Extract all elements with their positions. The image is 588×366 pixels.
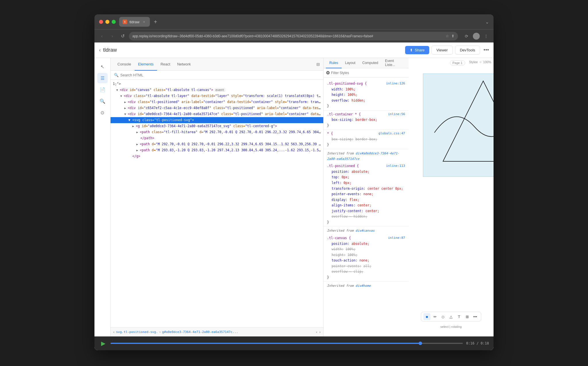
css-filter-bar: ⚙ bbox=[324, 68, 409, 78]
css-selector[interactable]: .tl-positioned-svg { bbox=[327, 82, 367, 86]
tool-more[interactable]: ••• bbox=[472, 313, 479, 320]
timeline-track[interactable] bbox=[111, 343, 463, 344]
css-selector[interactable]: .tl-container * { bbox=[327, 112, 361, 116]
tree-line[interactable]: </g> bbox=[111, 153, 323, 159]
css-selector[interactable]: * { bbox=[327, 131, 333, 135]
css-property: box-sizing: border-box; bbox=[327, 117, 405, 123]
breadcrumb-item-svg[interactable]: svg.tl-positioned-svg. bbox=[116, 330, 158, 334]
tool-select[interactable]: ■ bbox=[423, 313, 430, 320]
css-source[interactable]: inline:113 bbox=[386, 163, 405, 169]
search-input[interactable] bbox=[120, 73, 320, 77]
breadcrumb-back-button[interactable]: ‹ bbox=[113, 330, 115, 334]
tool-text[interactable]: T bbox=[456, 313, 463, 320]
tab-network[interactable]: Network bbox=[174, 58, 194, 71]
tree-line[interactable]: ▶ <path d="M 293.83,-1.20 Q 293.83,-1.20… bbox=[111, 147, 323, 153]
share-icon[interactable]: ⬆ bbox=[451, 34, 454, 38]
refresh-button[interactable]: ↺ bbox=[119, 32, 127, 40]
sidebar-icon-search[interactable]: 🔍 bbox=[97, 96, 108, 106]
share-icon: ⬆ bbox=[410, 48, 413, 52]
devtools-tabs: Console Elements React Network ⊟ bbox=[111, 58, 323, 71]
tool-triangle[interactable]: △ bbox=[448, 313, 454, 320]
breadcrumb-prev-button[interactable]: ‹ bbox=[316, 330, 318, 334]
css-property: display: flex; bbox=[327, 197, 405, 203]
css-tab-computed[interactable]: Computed bbox=[359, 58, 382, 68]
css-inherited-header-canvas: Inherited from div#canvas bbox=[324, 226, 409, 234]
css-tab-event-listeners[interactable]: Event Liste... bbox=[382, 58, 406, 68]
tree-line[interactable]: ▼ <div class="tl-absolute tl-layer" data… bbox=[111, 93, 323, 99]
css-property: height: 100%; bbox=[327, 92, 405, 98]
tree-line[interactable]: ▼ <div id="a0e0dce3-7364-4e71-2a80-ea6a3… bbox=[111, 111, 323, 117]
tree-line[interactable]: ▶ <div id="c6547ef2-c5aa-4c1e-ecc9-48ef8… bbox=[111, 105, 323, 111]
preview-canvas[interactable]: Page 1 Stylee ○ 100% ■ ✏ ◇ △ T ⊞ ••• bbox=[409, 58, 494, 336]
css-property: left: 0px; bbox=[327, 180, 405, 186]
preview-zoom-icon[interactable]: ○ bbox=[479, 60, 481, 65]
css-source[interactable]: inline:126 bbox=[386, 81, 405, 86]
tree-line[interactable]: ▼ <div id="canvas" class="tl-absolute tl… bbox=[111, 87, 323, 93]
css-tab-layout[interactable]: Layout bbox=[342, 58, 359, 68]
tab-bar: t tldraw × + ⌄ bbox=[119, 17, 489, 27]
tab-close-button[interactable]: × bbox=[142, 20, 146, 24]
tab-react[interactable]: React bbox=[157, 58, 174, 71]
css-selector[interactable]: .tl-positioned { bbox=[327, 164, 359, 168]
sidebar-icon-elements[interactable]: ☰ bbox=[97, 73, 108, 83]
close-button[interactable] bbox=[99, 20, 103, 24]
fullscreen-button[interactable] bbox=[112, 20, 116, 24]
css-rule-block: .tl-positioned-svg { inline:126 width: 1… bbox=[324, 80, 409, 111]
tab-elements[interactable]: Elements bbox=[135, 58, 157, 71]
css-filter-input[interactable] bbox=[331, 71, 406, 75]
css-rule-header: .tl-positioned-svg { inline:126 bbox=[327, 81, 405, 87]
left-sidebar: ↖ ☰ 📄 🔍 ⊙ bbox=[94, 58, 111, 336]
viewer-button[interactable]: Viewer bbox=[432, 46, 453, 55]
tree-line[interactable]: ▶ <path class="tl-fill-hitarea" d="M 292… bbox=[111, 129, 323, 135]
tree-line[interactable]: ▶ <path d="M 292.70,-0.01 Q 292.70,-0.01… bbox=[111, 141, 323, 147]
active-tab[interactable]: t tldraw × bbox=[119, 17, 150, 27]
search-bar: 🔍 bbox=[111, 71, 323, 80]
app-header: ‹ tldraw ⬆ Share Viewer DevTools ••• bbox=[94, 42, 494, 58]
address-bar[interactable]: app.replay.io/recording/tldraw--36d4df00… bbox=[129, 32, 458, 40]
tree-line[interactable]: ▶ <g id="a0e0dce3-7364-4e71-2a80-ea6a357… bbox=[111, 123, 323, 129]
timeline-progress bbox=[111, 343, 420, 344]
breadcrumb-item-g[interactable]: g#a0e0dce3-7364-4e71-2a80-ea6a357147c... bbox=[162, 330, 238, 334]
back-button[interactable]: ‹ bbox=[98, 32, 106, 40]
css-rule-block: .tl-canvas { inline:87 position: absolut… bbox=[324, 234, 409, 282]
breadcrumb-separator: › bbox=[159, 330, 161, 334]
css-property: overflow ↪ hidden; bbox=[327, 214, 405, 220]
more-options-button[interactable]: ••• bbox=[483, 47, 489, 53]
tab-expand-icon[interactable]: ⌄ bbox=[485, 19, 489, 25]
tree-line-selected[interactable]: ▼ <svg class="tl-positioned-svg"> bbox=[111, 117, 323, 123]
layout-toggle-icon[interactable]: ⊟ bbox=[316, 62, 320, 67]
css-source[interactable]: globals.css:47 bbox=[378, 131, 405, 136]
css-source[interactable]: inline:87 bbox=[388, 235, 405, 241]
share-button[interactable]: ⬆ Share bbox=[405, 46, 429, 54]
filter-icon: ⚙ bbox=[326, 70, 330, 75]
extensions-icon[interactable]: ⟳ bbox=[463, 32, 471, 40]
tool-grid[interactable]: ⊞ bbox=[464, 313, 471, 320]
timeline-time: 0:16 / 0:18 bbox=[466, 341, 489, 345]
css-selector[interactable]: .tl-canvas { bbox=[327, 236, 351, 240]
css-inherited-header-home: Inherited from div#home bbox=[324, 282, 409, 289]
minimize-button[interactable] bbox=[105, 20, 109, 24]
breadcrumb-next-button[interactable]: › bbox=[319, 330, 321, 334]
forward-button[interactable]: › bbox=[108, 32, 116, 40]
breadcrumb: ‹ svg.tl-positioned-svg. › g#a0e0dce3-73… bbox=[111, 327, 323, 336]
sidebar-icon-more[interactable]: ⊙ bbox=[97, 107, 108, 118]
tool-draw[interactable]: ✏ bbox=[432, 313, 438, 320]
tree-line[interactable]: ▶ <div class="tl-positioned" aria-label=… bbox=[111, 99, 323, 105]
new-tab-button[interactable]: + bbox=[152, 19, 159, 25]
sidebar-icon-cursor[interactable]: ↖ bbox=[97, 61, 108, 72]
tree-line: 1;"> bbox=[111, 81, 323, 87]
sidebar-icon-file[interactable]: 📄 bbox=[97, 84, 108, 95]
more-icon[interactable]: ⋮ bbox=[482, 32, 490, 40]
star-icon[interactable]: ☆ bbox=[446, 34, 449, 38]
devtools-button[interactable]: DevTools bbox=[455, 46, 480, 55]
css-rule-block: .tl-positioned { inline:113 position: ab… bbox=[324, 162, 409, 226]
play-button[interactable]: ▶ bbox=[99, 339, 107, 347]
css-tab-rules[interactable]: Rules bbox=[326, 58, 342, 68]
app-back-button[interactable]: ‹ bbox=[99, 47, 101, 53]
preview-page-label: Page 1 bbox=[450, 60, 465, 65]
profile-icon[interactable] bbox=[472, 32, 480, 40]
css-source[interactable]: inline:56 bbox=[388, 112, 405, 117]
tool-diamond[interactable]: ◇ bbox=[440, 313, 446, 320]
tab-console[interactable]: Console bbox=[114, 58, 135, 71]
tree-line[interactable]: </path> bbox=[111, 135, 323, 141]
